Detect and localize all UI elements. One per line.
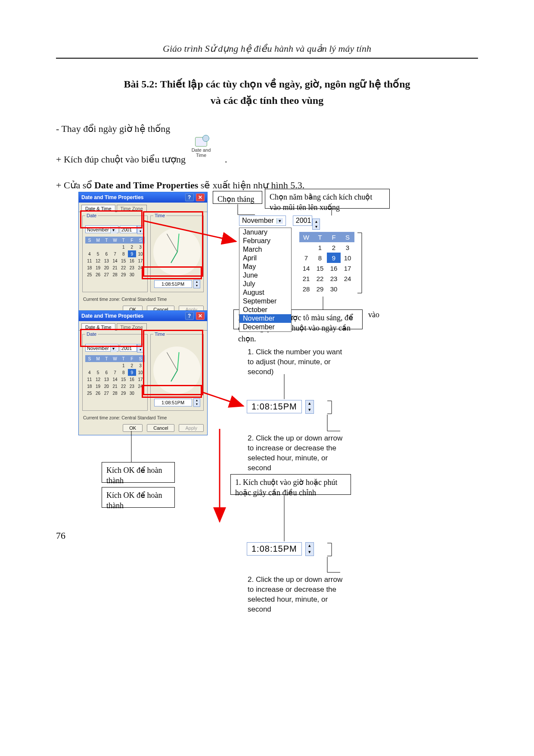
- help-button-icon[interactable]: ?: [185, 194, 194, 201]
- svg-line-4: [202, 392, 243, 406]
- month-select[interactable]: November▾: [85, 225, 118, 233]
- zoom-calendar-partial[interactable]: WTFS123789101415161721222324282930: [299, 232, 354, 294]
- callout-kich-ok-1: Kích OK để hoàn thành: [102, 462, 175, 483]
- tab-date-time-2[interactable]: Date & Time: [81, 323, 115, 331]
- callout-chon-nam: Chọn năm bằng cách kích chuột vào mũi tê…: [265, 189, 390, 209]
- zoom-time-spinner-1[interactable]: ▴▾: [305, 400, 314, 414]
- zoom-time-field-1[interactable]: 1:08:15PM: [247, 400, 302, 413]
- date-group-label: Date: [85, 213, 98, 218]
- month-select-2[interactable]: November▾: [85, 344, 118, 352]
- time-field[interactable]: 1:08:51PM: [154, 280, 192, 288]
- tab-date-time[interactable]: Date & Time: [81, 205, 115, 212]
- year-input-2[interactable]: 2001: [120, 344, 137, 352]
- apply-button-2[interactable]: Apply: [179, 424, 204, 432]
- callout-step2-en-repeat: 2. Click the up or down arrow to increas…: [243, 572, 351, 617]
- help-button-icon-2[interactable]: ?: [185, 312, 194, 320]
- tab-time-zone[interactable]: Time Zone: [117, 205, 147, 212]
- chevron-down-icon[interactable]: ▾: [110, 227, 117, 234]
- time-spinner[interactable]: ▴▾: [193, 280, 200, 288]
- zoom-month-select[interactable]: November▾: [239, 216, 286, 226]
- callout-kich-ok-2: Kích OK để hoàn thành: [102, 487, 175, 508]
- fragment-vao: vào: [368, 310, 379, 319]
- close-button-icon-2[interactable]: ✕: [196, 312, 205, 320]
- dialog-titlebar: Date and Time Properties ? ✕: [79, 192, 207, 203]
- date-time-dialog-1: Date and Time Properties ? ✕ Date & Time…: [78, 192, 208, 317]
- zoom-year-spinner[interactable]: ▴▾: [312, 219, 320, 230]
- callout-chon-thang: Chọn tháng: [213, 191, 262, 204]
- zoom-year-input[interactable]: 2001: [293, 216, 313, 226]
- close-button-icon[interactable]: ✕: [196, 194, 205, 201]
- callout-step2-en: 2. Click the up or down arrow to increas…: [243, 431, 351, 476]
- tab-strip: Date & Time Time Zone: [79, 203, 207, 212]
- zoom-time-field-2[interactable]: 1:08:15PM: [247, 542, 302, 556]
- year-spinner-2[interactable]: ▴▾: [137, 344, 144, 353]
- timezone-status: Current time zone: Central Standard Time: [79, 296, 207, 305]
- analog-clock: [153, 228, 201, 275]
- calendar-grid-2[interactable]: SMTWTFS123456789101112131415161718192021…: [85, 355, 145, 397]
- zoom-time-row-1: 1:08:15PM ▴▾: [247, 400, 314, 414]
- date-time-dialog-2: Date and Time Properties ? ✕ Date & Time…: [78, 310, 208, 435]
- callout-step1-en: 1. Click the number you want to adjust (…: [243, 345, 351, 380]
- time-spinner-2[interactable]: ▴▾: [193, 398, 200, 407]
- chevron-down-icon[interactable]: ▾: [276, 218, 283, 224]
- time-group-label: Time: [153, 213, 166, 218]
- callout-kich-gio-vn: 1. Kích chuột vào giờ hoặc phút hoặc giâ…: [230, 474, 351, 495]
- zoom-time-spinner-2[interactable]: ▴▾: [305, 542, 314, 556]
- year-input[interactable]: 2001: [120, 225, 137, 233]
- dialog-title-text: Date and Time Properties: [81, 192, 144, 203]
- ok-button-2[interactable]: OK: [123, 424, 143, 432]
- zoom-time-row-2: 1:08:15PM ▴▾: [247, 542, 314, 556]
- time-field-2[interactable]: 1:08:51PM: [154, 399, 192, 406]
- zoom-month-dropdown[interactable]: JanuaryFebruaryMarchAprilMayJuneJulyAugu…: [239, 228, 292, 332]
- dialog-title-text-2: Date and Time Properties: [81, 311, 144, 321]
- cancel-button-2[interactable]: Cancel: [147, 424, 174, 432]
- year-spinner[interactable]: ▴▾: [137, 225, 144, 234]
- calendar-grid[interactable]: SMTWTFS123456789101112131415161718192021…: [85, 237, 145, 278]
- tab-time-zone-2[interactable]: Time Zone: [117, 323, 147, 331]
